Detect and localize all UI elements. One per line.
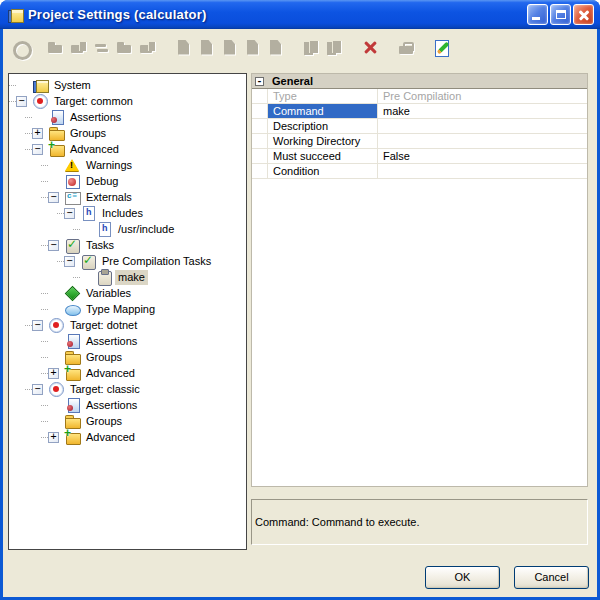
delete-toolbar-button[interactable] — [362, 39, 379, 56]
collapse-icon[interactable]: − — [32, 144, 43, 155]
assertions-icon — [64, 397, 80, 413]
ok-button[interactable]: OK — [425, 566, 500, 589]
tree-item-label: Pre Compilation Tasks — [99, 254, 214, 269]
tree-item[interactable]: −Externals — [9, 189, 246, 205]
settings-tree[interactable]: System−Target: commonAssertions+Groups−A… — [8, 73, 247, 550]
property-row[interactable]: Description — [252, 119, 587, 134]
minimize-icon — [532, 17, 540, 20]
page-toolbar-button — [175, 39, 192, 56]
tree-item[interactable]: +Advanced — [9, 365, 246, 381]
tree-item-label: Includes — [99, 206, 146, 221]
property-grid[interactable]: - General TypePre CompilationCommandmake… — [251, 73, 588, 487]
property-row[interactable]: Working Directory — [252, 134, 587, 149]
property-label[interactable]: Command — [268, 104, 378, 118]
tree-item[interactable]: −Tasks — [9, 237, 246, 253]
h-file-icon — [96, 221, 112, 237]
tasks-icon — [64, 237, 80, 253]
tree-item-label: Type Mapping — [83, 302, 158, 317]
tree-item[interactable]: Variables — [9, 285, 246, 301]
tree-item-label: Assertions — [83, 398, 140, 413]
collapse-icon[interactable]: − — [64, 208, 75, 219]
tree-item[interactable]: Warnings — [9, 157, 246, 173]
property-row[interactable]: Condition — [252, 164, 587, 179]
warning-icon — [64, 157, 80, 173]
tree-item[interactable]: −Pre Compilation Tasks — [9, 253, 246, 269]
window-icon — [7, 7, 23, 23]
circle-icon — [11, 39, 28, 56]
tree-item[interactable]: Assertions — [9, 333, 246, 349]
page-toolbar-button — [198, 39, 215, 56]
tree-item-label: Target: classic — [67, 382, 143, 397]
edit-toolbar-button[interactable] — [434, 39, 451, 56]
tree-item[interactable]: Assertions — [9, 109, 246, 125]
collapse-section-icon[interactable]: - — [255, 77, 264, 86]
target-icon — [48, 317, 64, 333]
property-section-header[interactable]: - General — [252, 74, 587, 89]
h-file-icon — [80, 205, 96, 221]
tree-item[interactable]: Debug — [9, 173, 246, 189]
property-value[interactable]: Pre Compilation — [378, 89, 587, 103]
tree-item-label: Advanced — [83, 430, 138, 445]
close-button[interactable] — [573, 4, 594, 25]
property-value[interactable] — [378, 134, 587, 148]
tree-item[interactable]: make — [9, 269, 246, 285]
tree-item-label: Target: common — [51, 94, 136, 109]
expand-icon[interactable]: + — [32, 128, 43, 139]
tree-item[interactable]: Groups — [9, 413, 246, 429]
tree-item[interactable]: −Includes — [9, 205, 246, 221]
expand-icon[interactable]: + — [48, 368, 59, 379]
target-icon — [32, 93, 48, 109]
collapse-icon[interactable]: − — [32, 320, 43, 331]
circle-toolbar-button — [11, 39, 28, 56]
externals-icon — [64, 189, 80, 205]
collapse-icon[interactable]: − — [32, 384, 43, 395]
tree-guide-line — [25, 133, 32, 134]
cancel-button[interactable]: Cancel — [514, 566, 589, 589]
tree-item[interactable]: −Target: dotnet — [9, 317, 246, 333]
tree-item[interactable]: Groups — [9, 349, 246, 365]
property-row[interactable]: Must succeedFalse — [252, 149, 587, 164]
help-panel: Command: Command to execute. — [251, 499, 588, 545]
expand-icon[interactable]: + — [48, 432, 59, 443]
property-value[interactable] — [378, 164, 587, 178]
folder-page-toolbar-button — [70, 39, 87, 56]
property-label[interactable]: Working Directory — [268, 134, 378, 148]
property-label[interactable]: Description — [268, 119, 378, 133]
maximize-button[interactable] — [550, 4, 571, 25]
tree-guide-line — [25, 149, 32, 150]
tree-item-label: Warnings — [83, 158, 135, 173]
collapse-icon[interactable]: − — [64, 256, 75, 267]
tree-item[interactable]: −Target: classic — [9, 381, 246, 397]
tree-item[interactable]: Type Mapping — [9, 301, 246, 317]
target-icon — [48, 381, 64, 397]
property-label[interactable]: Must succeed — [268, 149, 378, 163]
tree-guide-line — [41, 165, 48, 166]
property-row[interactable]: TypePre Compilation — [252, 89, 587, 104]
tree-item[interactable]: Assertions — [9, 397, 246, 413]
minimize-button[interactable] — [527, 4, 548, 25]
titlebar[interactable]: Project Settings (calculator) — [0, 0, 600, 29]
property-row[interactable]: Commandmake — [252, 104, 587, 119]
tree-guide-line — [73, 229, 80, 230]
tree-item[interactable]: −Advanced — [9, 141, 246, 157]
tree-item[interactable]: +Groups — [9, 125, 246, 141]
collapse-icon[interactable]: − — [48, 192, 59, 203]
tree-guide-line — [25, 389, 32, 390]
folder-icon — [116, 39, 133, 56]
property-value[interactable]: make — [378, 104, 587, 118]
tree-item[interactable]: +Advanced — [9, 429, 246, 445]
collapse-icon[interactable]: − — [48, 240, 59, 251]
property-value[interactable] — [378, 119, 587, 133]
folder-icon — [47, 39, 64, 56]
folder-page-icon — [139, 39, 156, 56]
property-label[interactable]: Type — [268, 89, 378, 103]
tree-item[interactable]: −Target: common — [9, 93, 246, 109]
property-value[interactable]: False — [378, 149, 587, 163]
collapse-icon[interactable]: − — [16, 96, 27, 107]
copy-toolbar-button — [303, 39, 320, 56]
tree-item[interactable]: /usr/include — [9, 221, 246, 237]
page-toolbar-button — [267, 39, 284, 56]
property-label[interactable]: Condition — [268, 164, 378, 178]
tree-item[interactable]: System — [9, 77, 246, 93]
edit-icon — [434, 39, 451, 56]
